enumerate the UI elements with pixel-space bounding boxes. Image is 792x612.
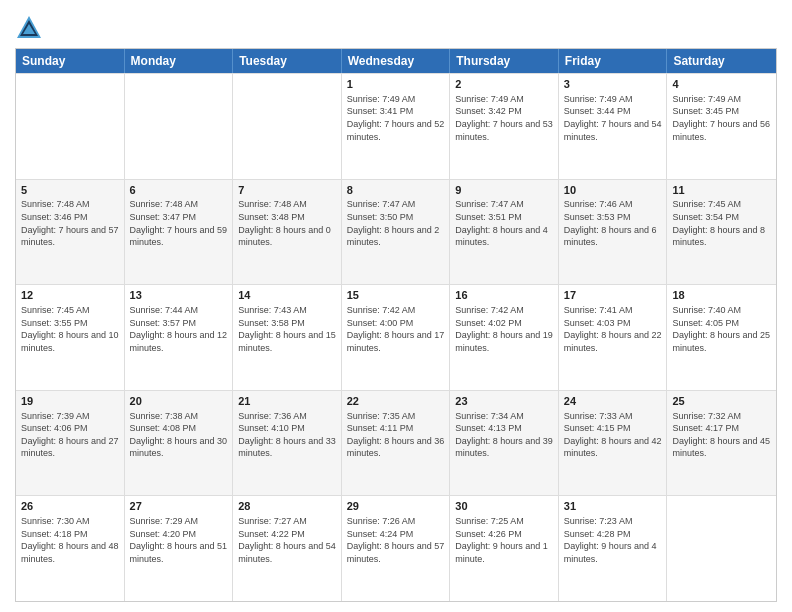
cell-info: Sunrise: 7:35 AM Sunset: 4:11 PM Dayligh… — [347, 410, 445, 460]
cell-info: Sunrise: 7:47 AM Sunset: 3:50 PM Dayligh… — [347, 198, 445, 248]
header-cell-saturday: Saturday — [667, 49, 776, 73]
calendar-cell: 5Sunrise: 7:48 AM Sunset: 3:46 PM Daylig… — [16, 180, 125, 285]
calendar-cell: 1Sunrise: 7:49 AM Sunset: 3:41 PM Daylig… — [342, 74, 451, 179]
calendar-cell: 26Sunrise: 7:30 AM Sunset: 4:18 PM Dayli… — [16, 496, 125, 601]
day-number: 20 — [130, 394, 228, 409]
header — [15, 10, 777, 42]
day-number: 1 — [347, 77, 445, 92]
page: SundayMondayTuesdayWednesdayThursdayFrid… — [0, 0, 792, 612]
calendar-cell: 27Sunrise: 7:29 AM Sunset: 4:20 PM Dayli… — [125, 496, 234, 601]
calendar-row: 19Sunrise: 7:39 AM Sunset: 4:06 PM Dayli… — [16, 390, 776, 496]
calendar-cell — [16, 74, 125, 179]
cell-info: Sunrise: 7:30 AM Sunset: 4:18 PM Dayligh… — [21, 515, 119, 565]
day-number: 9 — [455, 183, 553, 198]
cell-info: Sunrise: 7:48 AM Sunset: 3:47 PM Dayligh… — [130, 198, 228, 248]
day-number: 2 — [455, 77, 553, 92]
cell-info: Sunrise: 7:49 AM Sunset: 3:41 PM Dayligh… — [347, 93, 445, 143]
cell-info: Sunrise: 7:49 AM Sunset: 3:45 PM Dayligh… — [672, 93, 771, 143]
calendar-cell: 25Sunrise: 7:32 AM Sunset: 4:17 PM Dayli… — [667, 391, 776, 496]
calendar-cell — [125, 74, 234, 179]
cell-info: Sunrise: 7:40 AM Sunset: 4:05 PM Dayligh… — [672, 304, 771, 354]
calendar-header: SundayMondayTuesdayWednesdayThursdayFrid… — [16, 49, 776, 73]
day-number: 14 — [238, 288, 336, 303]
cell-info: Sunrise: 7:36 AM Sunset: 4:10 PM Dayligh… — [238, 410, 336, 460]
calendar-row: 1Sunrise: 7:49 AM Sunset: 3:41 PM Daylig… — [16, 73, 776, 179]
calendar-cell: 21Sunrise: 7:36 AM Sunset: 4:10 PM Dayli… — [233, 391, 342, 496]
calendar-row: 12Sunrise: 7:45 AM Sunset: 3:55 PM Dayli… — [16, 284, 776, 390]
calendar-cell: 17Sunrise: 7:41 AM Sunset: 4:03 PM Dayli… — [559, 285, 668, 390]
day-number: 24 — [564, 394, 662, 409]
calendar-cell: 7Sunrise: 7:48 AM Sunset: 3:48 PM Daylig… — [233, 180, 342, 285]
cell-info: Sunrise: 7:45 AM Sunset: 3:54 PM Dayligh… — [672, 198, 771, 248]
day-number: 30 — [455, 499, 553, 514]
cell-info: Sunrise: 7:46 AM Sunset: 3:53 PM Dayligh… — [564, 198, 662, 248]
cell-info: Sunrise: 7:48 AM Sunset: 3:46 PM Dayligh… — [21, 198, 119, 248]
calendar-row: 5Sunrise: 7:48 AM Sunset: 3:46 PM Daylig… — [16, 179, 776, 285]
calendar-cell: 8Sunrise: 7:47 AM Sunset: 3:50 PM Daylig… — [342, 180, 451, 285]
cell-info: Sunrise: 7:38 AM Sunset: 4:08 PM Dayligh… — [130, 410, 228, 460]
day-number: 28 — [238, 499, 336, 514]
header-cell-wednesday: Wednesday — [342, 49, 451, 73]
cell-info: Sunrise: 7:32 AM Sunset: 4:17 PM Dayligh… — [672, 410, 771, 460]
day-number: 31 — [564, 499, 662, 514]
calendar-cell: 28Sunrise: 7:27 AM Sunset: 4:22 PM Dayli… — [233, 496, 342, 601]
cell-info: Sunrise: 7:49 AM Sunset: 3:42 PM Dayligh… — [455, 93, 553, 143]
calendar-cell: 18Sunrise: 7:40 AM Sunset: 4:05 PM Dayli… — [667, 285, 776, 390]
calendar-cell: 15Sunrise: 7:42 AM Sunset: 4:00 PM Dayli… — [342, 285, 451, 390]
day-number: 12 — [21, 288, 119, 303]
cell-info: Sunrise: 7:48 AM Sunset: 3:48 PM Dayligh… — [238, 198, 336, 248]
day-number: 8 — [347, 183, 445, 198]
cell-info: Sunrise: 7:43 AM Sunset: 3:58 PM Dayligh… — [238, 304, 336, 354]
day-number: 21 — [238, 394, 336, 409]
header-cell-sunday: Sunday — [16, 49, 125, 73]
calendar-cell — [667, 496, 776, 601]
day-number: 11 — [672, 183, 771, 198]
calendar-cell — [233, 74, 342, 179]
day-number: 22 — [347, 394, 445, 409]
cell-info: Sunrise: 7:26 AM Sunset: 4:24 PM Dayligh… — [347, 515, 445, 565]
cell-info: Sunrise: 7:23 AM Sunset: 4:28 PM Dayligh… — [564, 515, 662, 565]
day-number: 23 — [455, 394, 553, 409]
day-number: 4 — [672, 77, 771, 92]
day-number: 26 — [21, 499, 119, 514]
calendar-cell: 9Sunrise: 7:47 AM Sunset: 3:51 PM Daylig… — [450, 180, 559, 285]
day-number: 6 — [130, 183, 228, 198]
calendar-cell: 4Sunrise: 7:49 AM Sunset: 3:45 PM Daylig… — [667, 74, 776, 179]
day-number: 5 — [21, 183, 119, 198]
calendar-cell: 22Sunrise: 7:35 AM Sunset: 4:11 PM Dayli… — [342, 391, 451, 496]
day-number: 10 — [564, 183, 662, 198]
calendar-cell: 23Sunrise: 7:34 AM Sunset: 4:13 PM Dayli… — [450, 391, 559, 496]
day-number: 13 — [130, 288, 228, 303]
header-cell-tuesday: Tuesday — [233, 49, 342, 73]
calendar-cell: 20Sunrise: 7:38 AM Sunset: 4:08 PM Dayli… — [125, 391, 234, 496]
calendar-cell: 16Sunrise: 7:42 AM Sunset: 4:02 PM Dayli… — [450, 285, 559, 390]
day-number: 18 — [672, 288, 771, 303]
cell-info: Sunrise: 7:44 AM Sunset: 3:57 PM Dayligh… — [130, 304, 228, 354]
calendar-cell: 11Sunrise: 7:45 AM Sunset: 3:54 PM Dayli… — [667, 180, 776, 285]
day-number: 3 — [564, 77, 662, 92]
calendar-cell: 12Sunrise: 7:45 AM Sunset: 3:55 PM Dayli… — [16, 285, 125, 390]
calendar-cell: 24Sunrise: 7:33 AM Sunset: 4:15 PM Dayli… — [559, 391, 668, 496]
cell-info: Sunrise: 7:45 AM Sunset: 3:55 PM Dayligh… — [21, 304, 119, 354]
calendar-body: 1Sunrise: 7:49 AM Sunset: 3:41 PM Daylig… — [16, 73, 776, 601]
day-number: 27 — [130, 499, 228, 514]
cell-info: Sunrise: 7:25 AM Sunset: 4:26 PM Dayligh… — [455, 515, 553, 565]
calendar-cell: 14Sunrise: 7:43 AM Sunset: 3:58 PM Dayli… — [233, 285, 342, 390]
header-cell-friday: Friday — [559, 49, 668, 73]
logo-icon — [15, 14, 43, 42]
calendar-cell: 2Sunrise: 7:49 AM Sunset: 3:42 PM Daylig… — [450, 74, 559, 179]
calendar-cell: 3Sunrise: 7:49 AM Sunset: 3:44 PM Daylig… — [559, 74, 668, 179]
cell-info: Sunrise: 7:29 AM Sunset: 4:20 PM Dayligh… — [130, 515, 228, 565]
day-number: 15 — [347, 288, 445, 303]
cell-info: Sunrise: 7:42 AM Sunset: 4:02 PM Dayligh… — [455, 304, 553, 354]
logo — [15, 14, 46, 42]
day-number: 29 — [347, 499, 445, 514]
calendar-cell: 30Sunrise: 7:25 AM Sunset: 4:26 PM Dayli… — [450, 496, 559, 601]
cell-info: Sunrise: 7:27 AM Sunset: 4:22 PM Dayligh… — [238, 515, 336, 565]
header-cell-monday: Monday — [125, 49, 234, 73]
cell-info: Sunrise: 7:34 AM Sunset: 4:13 PM Dayligh… — [455, 410, 553, 460]
calendar-cell: 19Sunrise: 7:39 AM Sunset: 4:06 PM Dayli… — [16, 391, 125, 496]
day-number: 17 — [564, 288, 662, 303]
calendar-cell: 13Sunrise: 7:44 AM Sunset: 3:57 PM Dayli… — [125, 285, 234, 390]
cell-info: Sunrise: 7:42 AM Sunset: 4:00 PM Dayligh… — [347, 304, 445, 354]
